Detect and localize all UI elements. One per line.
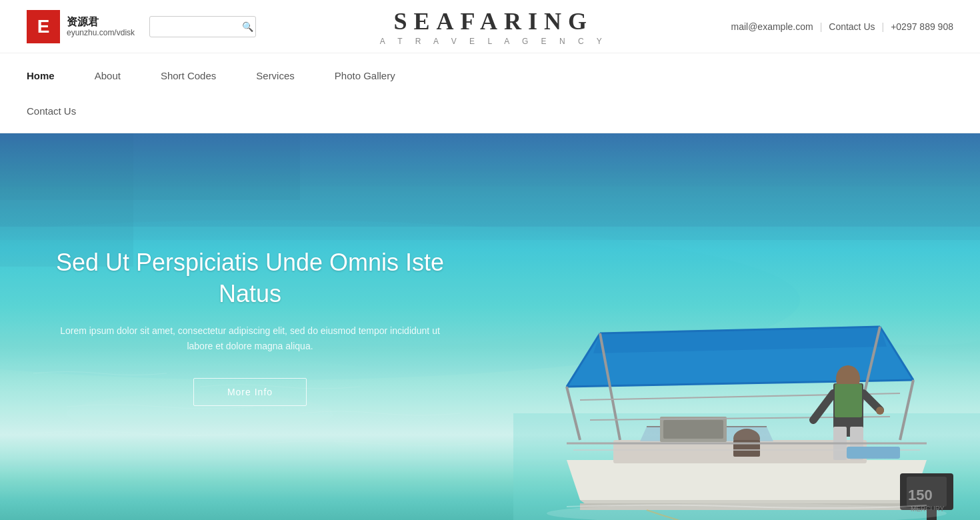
logo-text-main: 资源君 (67, 15, 135, 28)
svg-rect-11 (663, 420, 723, 439)
logo-icon: E (27, 10, 60, 43)
search-area[interactable]: 🔍 (149, 16, 256, 37)
svg-rect-24 (835, 384, 862, 417)
sep1: | (820, 21, 823, 32)
contact-us-link[interactable]: Contact Us (829, 21, 875, 32)
nav-row-1: Home About Short Codes Services Photo Ga… (27, 59, 953, 92)
search-input[interactable] (155, 21, 242, 31)
hero-content: Sed Ut Perspiciatis Unde Omnis Iste Natu… (0, 133, 500, 520)
sep2: | (882, 21, 885, 32)
header: E 资源君 eyunzhu.com/vdisk 🔍 SEAFARING A T … (0, 0, 980, 53)
hero-title: Sed Ut Perspiciatis Unde Omnis Iste Natu… (53, 247, 447, 310)
email-link[interactable]: mail@example.com (731, 21, 813, 32)
nav-item-home[interactable]: Home (27, 59, 95, 92)
navbar: Home About Short Codes Services Photo Ga… (0, 53, 980, 133)
phone-number: +0297 889 908 (891, 21, 953, 32)
brand-subtitle: A T R A V E L A G E N C Y (380, 37, 607, 46)
brand-title: SEAFARING (380, 7, 607, 35)
logo-text: 资源君 eyunzhu.com/vdisk (67, 15, 135, 38)
logo-area: E 资源君 eyunzhu.com/vdisk 🔍 (27, 10, 256, 43)
boat-svg: 150 MERCURY (513, 213, 980, 520)
brand-center: SEAFARING A T R A V E L A G E N C Y (380, 7, 607, 46)
nav-item-contact-us[interactable]: Contact Us (27, 95, 116, 127)
nav-wrapper: Home About Short Codes Services Photo Ga… (27, 59, 953, 127)
svg-point-25 (876, 407, 884, 415)
svg-rect-37 (847, 447, 900, 459)
hero-description: Lorem ipsum dolor sit amet, consectetur … (57, 323, 443, 355)
nav-item-about[interactable]: About (95, 59, 161, 92)
search-icon-btn[interactable]: 🔍 (242, 21, 253, 32)
nav-item-photo-gallery[interactable]: Photo Gallery (335, 59, 435, 92)
svg-text:150: 150 (908, 487, 933, 503)
nav-item-services[interactable]: Services (256, 59, 335, 92)
contact-info: mail@example.com | Contact Us | +0297 88… (731, 21, 953, 32)
more-info-button[interactable]: More Info (193, 378, 307, 406)
hero-section: 150 MERCURY Sed Ut Perspiciatis Unde Omn… (0, 133, 980, 520)
nav-item-short-codes[interactable]: Short Codes (161, 59, 256, 92)
nav-row-2: Contact Us (27, 95, 953, 127)
svg-line-21 (863, 393, 880, 410)
logo-text-sub: eyunzhu.com/vdisk (67, 28, 135, 37)
